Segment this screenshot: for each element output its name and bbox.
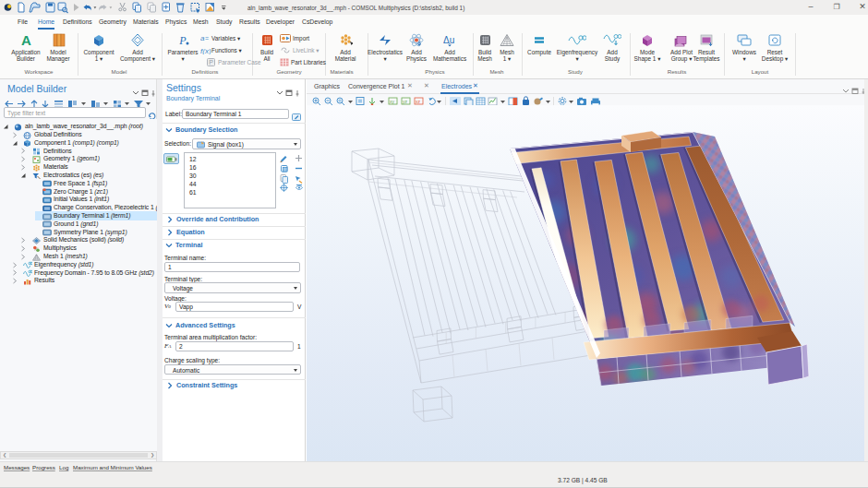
svg-text:A: A xyxy=(21,33,31,47)
svg-text:f(x): f(x) xyxy=(200,47,211,55)
svg-text:=: = xyxy=(205,35,209,42)
svg-text:xz: xz xyxy=(416,99,421,104)
svg-text:yz: yz xyxy=(403,99,408,104)
svg-text:xy: xy xyxy=(390,99,395,104)
svg-text:Δu: Δu xyxy=(443,35,454,45)
svg-text:P: P xyxy=(178,34,187,47)
svg-text:P: P xyxy=(209,59,213,65)
